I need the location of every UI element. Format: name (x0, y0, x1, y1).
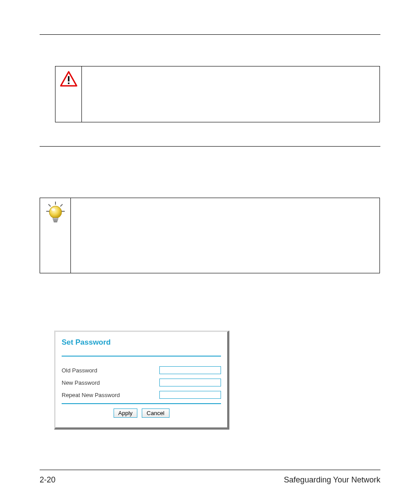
panel-title: Set Password (62, 338, 221, 352)
top-rule (40, 34, 380, 35)
tip-callout (40, 198, 380, 273)
old-password-input[interactable] (159, 366, 221, 374)
panel-title-underline (62, 356, 221, 357)
field-row-new-password: New Password (62, 379, 221, 386)
svg-line-5 (60, 204, 63, 206)
svg-rect-10 (53, 218, 58, 220)
repeat-password-label: Repeat New Password (62, 392, 120, 398)
svg-line-4 (48, 204, 51, 206)
new-password-label: New Password (62, 379, 100, 386)
svg-rect-1 (68, 76, 69, 81)
apply-button[interactable]: Apply (114, 408, 138, 418)
warning-icon-cell (55, 66, 82, 122)
tip-body (71, 198, 379, 273)
svg-point-8 (49, 206, 62, 218)
tip-icon-cell (40, 198, 71, 273)
panel-separator (62, 403, 221, 404)
section-rule (40, 146, 380, 147)
lightbulb-icon (44, 201, 67, 225)
warning-triangle-icon (60, 71, 77, 87)
document-page: Set Password Old Password New Password R… (0, 0, 420, 504)
svg-rect-2 (68, 83, 69, 84)
warning-callout (55, 66, 380, 122)
svg-point-9 (52, 208, 55, 211)
page-number: 2-20 (40, 475, 55, 485)
svg-rect-11 (53, 220, 58, 221)
old-password-label: Old Password (62, 367, 97, 374)
cancel-button[interactable]: Cancel (142, 408, 169, 418)
svg-rect-12 (54, 221, 57, 222)
warning-body (82, 66, 379, 122)
panel-button-row: Apply Cancel (62, 408, 221, 418)
footer-section-title: Safeguarding Your Network (284, 475, 380, 485)
set-password-panel: Set Password Old Password New Password R… (54, 331, 229, 430)
field-row-old-password: Old Password (62, 366, 221, 374)
field-row-repeat-password: Repeat New Password (62, 391, 221, 399)
footer-rule (40, 470, 380, 470)
repeat-password-input[interactable] (159, 391, 221, 399)
new-password-input[interactable] (159, 379, 221, 386)
